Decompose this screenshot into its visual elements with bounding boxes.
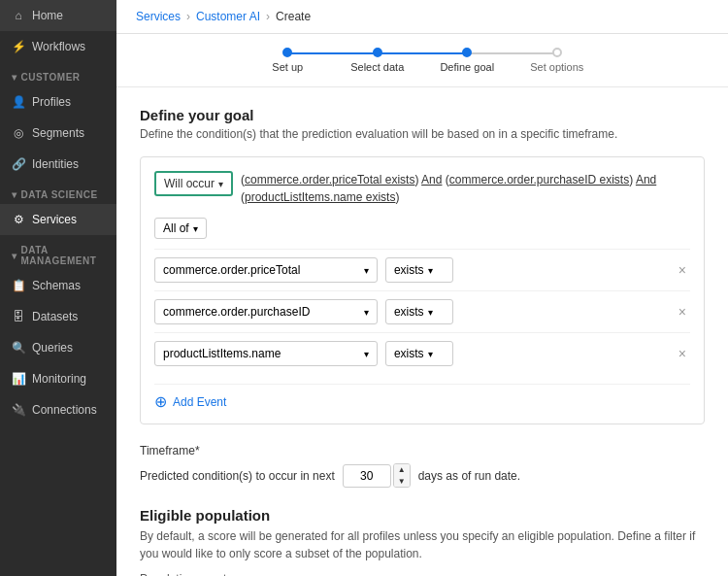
add-event-button[interactable]: ⊕ Add Event — [154, 384, 690, 410]
breadcrumb-customer-ai[interactable]: Customer AI — [196, 10, 260, 23]
goal-box: Will occur ▾ (commerce.order.priceTotal … — [140, 156, 705, 424]
step-select-data: Select data — [333, 48, 423, 73]
ds-chevron-icon — [12, 189, 17, 200]
segments-icon: ◎ — [12, 126, 25, 140]
eligible-section: Eligible population By default, a score … — [140, 507, 705, 576]
step-dot-define-goal — [462, 48, 472, 57]
sidebar-item-identities[interactable]: 🔗 Identities — [0, 149, 116, 180]
field-chevron-icon-2: ▾ — [364, 307, 369, 318]
spinner-down-icon[interactable]: ▼ — [394, 476, 410, 488]
step-label-define-goal: Define goal — [440, 61, 494, 73]
condition-part3: productListItems.name exists — [245, 190, 395, 204]
content-area: Define your goal Define the condition(s)… — [116, 87, 728, 576]
step-dot-set-options — [552, 48, 562, 57]
breadcrumb-sep2: › — [266, 10, 270, 23]
and1: And — [421, 173, 442, 186]
condition-row-3: productListItems.name ▾ exists ▾ × — [154, 332, 690, 374]
step-label-setup: Set up — [272, 61, 303, 73]
data-science-section-label: DATA SCIENCE — [0, 180, 116, 204]
condition-header: Will occur ▾ (commerce.order.priceTotal … — [154, 171, 690, 206]
condition-part1: commerce.order.priceTotal exists — [245, 173, 414, 186]
breadcrumb-current: Create — [276, 10, 311, 23]
spinner-up-icon[interactable]: ▲ — [394, 464, 410, 476]
op-chevron-icon-2: ▾ — [428, 307, 433, 318]
schemas-icon: 📋 — [12, 279, 25, 292]
all-of-row: All of ▾ — [154, 218, 690, 239]
condition-operator-3[interactable]: exists ▾ — [385, 341, 453, 366]
sidebar-item-workflows[interactable]: ⚡ Workflows — [0, 31, 116, 62]
data-mgmt-section-label: DATA MANAGEMENT — [0, 235, 116, 270]
condition-field-3[interactable]: productListItems.name ▾ — [154, 341, 378, 366]
services-icon: ⚙ — [12, 213, 25, 226]
sidebar: ⌂ Home ⚡ Workflows CUSTOMER 👤 Profiles ◎… — [0, 0, 116, 576]
timeframe-input[interactable] — [343, 464, 391, 488]
remove-condition-1[interactable]: × — [675, 260, 690, 280]
timeframe-spinner[interactable]: ▲ ▼ — [393, 463, 411, 488]
remove-condition-2[interactable]: × — [675, 302, 690, 322]
timeframe-row: Predicted condition(s) to occur in next … — [140, 463, 705, 488]
population-events-label: Population events — [140, 572, 705, 576]
monitoring-icon: 📊 — [12, 372, 25, 386]
timeframe-suffix: days as of run date. — [418, 469, 520, 483]
condition-operator-1[interactable]: exists ▾ — [385, 257, 453, 283]
sidebar-item-monitoring[interactable]: 📊 Monitoring — [0, 363, 116, 394]
workflows-icon: ⚡ — [12, 40, 25, 53]
all-of-chevron-icon: ▾ — [193, 223, 198, 234]
condition-field-1[interactable]: commerce.order.priceTotal ▾ — [154, 257, 378, 283]
breadcrumb-sep1: › — [186, 10, 190, 23]
op-chevron-icon-3: ▾ — [428, 349, 433, 359]
step-dot-select-data — [373, 48, 382, 57]
home-icon: ⌂ — [12, 9, 25, 22]
breadcrumb: Services › Customer AI › Create — [116, 0, 728, 34]
condition-field-2[interactable]: commerce.order.purchaseID ▾ — [154, 299, 378, 324]
and2: And — [636, 173, 656, 186]
sidebar-item-home[interactable]: ⌂ Home — [0, 0, 116, 31]
will-occur-button[interactable]: Will occur ▾ — [154, 171, 233, 196]
condition-row-1: commerce.order.priceTotal ▾ exists ▾ × — [154, 249, 690, 290]
main-panel: Services › Customer AI › Create Set up S… — [116, 0, 728, 576]
all-of-button[interactable]: All of ▾ — [154, 218, 207, 239]
sidebar-item-services[interactable]: ⚙ Services — [0, 204, 116, 235]
step-define-goal: Define goal — [422, 48, 513, 73]
breadcrumb-services[interactable]: Services — [136, 10, 181, 23]
eligible-description: By default, a score will be generated fo… — [140, 527, 705, 562]
op-chevron-icon-1: ▾ — [428, 265, 433, 276]
connections-icon: 🔌 — [12, 403, 25, 417]
sidebar-item-datasets[interactable]: 🗄 Datasets — [0, 301, 116, 332]
step-setup: Set up — [243, 48, 333, 73]
condition-summary: (commerce.order.priceTotal exists) And (… — [241, 171, 656, 206]
steps-bar: Set up Select data Define goal Set optio… — [116, 34, 728, 87]
profiles-icon: 👤 — [12, 95, 25, 109]
queries-icon: 🔍 — [12, 341, 25, 355]
field-chevron-icon-3: ▾ — [364, 349, 369, 359]
condition-part2: commerce.order.purchaseID exists — [449, 173, 629, 186]
field-chevron-icon-1: ▾ — [364, 265, 369, 276]
chevron-icon — [12, 72, 17, 83]
add-event-plus-icon: ⊕ — [154, 394, 167, 410]
identities-icon: 🔗 — [12, 157, 25, 171]
condition-row-2: commerce.order.purchaseID ▾ exists ▾ × — [154, 290, 690, 332]
goal-description: Define the condition(s) that the predict… — [140, 127, 705, 141]
remove-condition-3[interactable]: × — [675, 344, 690, 363]
step-label-select-data: Select data — [350, 61, 404, 73]
sidebar-item-profiles[interactable]: 👤 Profiles — [0, 86, 116, 118]
dm-chevron-icon — [12, 251, 17, 261]
customer-section-label: CUSTOMER — [0, 62, 116, 86]
step-dot-setup — [282, 48, 292, 57]
sidebar-item-connections[interactable]: 🔌 Connections — [0, 394, 116, 425]
timeframe-section: Timeframe* Predicted condition(s) to occ… — [140, 444, 705, 488]
goal-title: Define your goal — [140, 107, 705, 123]
step-set-options: Set options — [513, 48, 603, 73]
step-label-set-options: Set options — [530, 61, 583, 73]
sidebar-item-schemas[interactable]: 📋 Schemas — [0, 270, 116, 301]
condition-operator-2[interactable]: exists ▾ — [385, 299, 453, 324]
will-occur-chevron-icon: ▾ — [218, 179, 223, 189]
datasets-icon: 🗄 — [12, 310, 25, 323]
sidebar-item-queries[interactable]: 🔍 Queries — [0, 332, 116, 363]
sidebar-item-segments[interactable]: ◎ Segments — [0, 118, 116, 149]
timeframe-prefix: Predicted condition(s) to occur in next — [140, 469, 335, 483]
timeframe-label: Timeframe* — [140, 444, 705, 457]
eligible-title: Eligible population — [140, 507, 705, 524]
